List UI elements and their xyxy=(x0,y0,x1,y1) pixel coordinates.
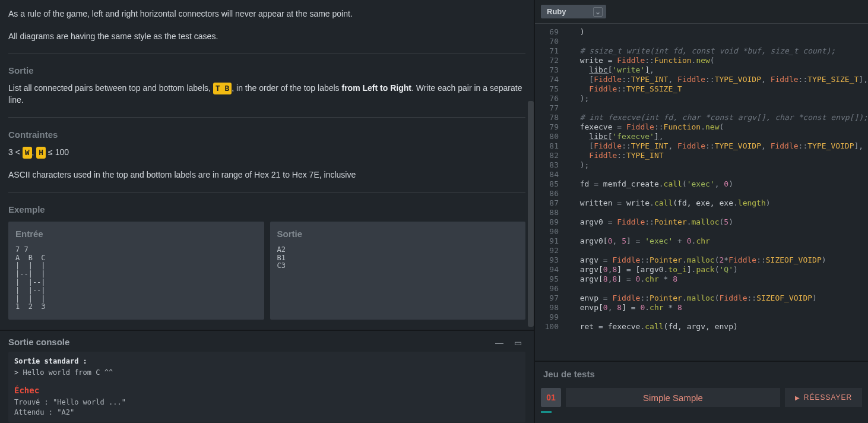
code-line[interactable]: [Fiddle::TYPE_INT, Fiddle::TYPE_VOIDP, F… xyxy=(571,141,868,151)
code-line[interactable] xyxy=(571,208,868,217)
constraints-line: 3 < W, H ≤ 100 xyxy=(8,147,525,159)
line-number: 72 xyxy=(535,56,559,65)
test-progress-bar xyxy=(541,411,552,413)
description-scrollbar[interactable] xyxy=(528,0,534,330)
tests-heading: Jeu de tests xyxy=(535,362,868,386)
diagrams-paragraph: All diagrams are having the same style a… xyxy=(8,31,525,43)
line-number: 100 xyxy=(535,322,559,332)
code-editor[interactable]: 6970717273747576777879808182838485868788… xyxy=(535,24,868,361)
code-line[interactable]: libc['write'], xyxy=(571,65,868,75)
code-line[interactable]: fd = memfd_create.call('exec', 0) xyxy=(571,179,868,189)
line-number: 88 xyxy=(535,208,559,217)
line-number: 84 xyxy=(535,170,559,179)
code-line[interactable]: # int fexecve(int fd, char *const argv[]… xyxy=(571,113,868,122)
code-line[interactable]: ) xyxy=(571,27,868,37)
rule-paragraph: As a rule of the game, left and right ho… xyxy=(8,8,525,20)
line-number: 83 xyxy=(535,160,559,170)
example-input-text: 7 7 A B C | | | |--| | | |--| | |--| | |… xyxy=(15,246,257,311)
language-label: Ruby xyxy=(547,7,566,16)
example-output-heading: Sortie xyxy=(277,228,519,240)
code-line[interactable]: argv0[0, 5] = 'exec' + 0.chr xyxy=(571,236,868,246)
console-title: Sortie console xyxy=(8,337,69,347)
constraints-suffix: ≤ 100 xyxy=(46,147,69,157)
line-number: 69 xyxy=(535,27,559,37)
retry-button[interactable]: ▶ RÉESSAYER xyxy=(785,388,862,407)
sortie-heading: Sortie xyxy=(8,64,525,77)
sortie-bold: from Left to Right xyxy=(342,83,411,93)
expected-line: Attendu : "A2" xyxy=(14,408,519,418)
code-line[interactable] xyxy=(571,170,868,179)
code-line[interactable]: ret = fexecve.call(fd, argv, envp) xyxy=(571,322,868,332)
test-name[interactable]: Simple Sample xyxy=(566,388,780,407)
exemple-heading: Exemple xyxy=(8,203,525,216)
stdout-line: > Hello world from C ^^ xyxy=(14,368,519,378)
language-select[interactable]: Ruby ⌄ xyxy=(541,5,606,18)
line-number: 77 xyxy=(535,103,559,113)
chevron-down-icon: ⌄ xyxy=(593,7,603,17)
code-line[interactable]: [Fiddle::TYPE_INT, Fiddle::TYPE_VOIDP, F… xyxy=(571,75,868,84)
sortie-mid: , in the order of the top labels xyxy=(232,83,341,93)
line-number: 85 xyxy=(535,179,559,189)
example-input-heading: Entrée xyxy=(15,228,257,240)
code-line[interactable]: envp[0, 8] = 0.chr * 8 xyxy=(571,303,868,312)
constraints-sep: , xyxy=(32,147,37,157)
code-line[interactable]: # ssize_t write(int fd, const void *buf,… xyxy=(571,46,868,56)
code-line[interactable] xyxy=(571,227,868,236)
line-number: 78 xyxy=(535,113,559,122)
scrollbar-thumb[interactable] xyxy=(528,101,534,327)
line-number: 80 xyxy=(535,132,559,141)
code-line[interactable]: Fiddle::TYPE_INT xyxy=(571,151,868,160)
line-number: 87 xyxy=(535,198,559,208)
line-number: 93 xyxy=(535,255,559,265)
line-number: 86 xyxy=(535,189,559,198)
code-line[interactable]: argv[0,8] = [argv0.to_i].pack('Q') xyxy=(571,265,868,274)
code-line[interactable] xyxy=(571,103,868,113)
maximize-icon[interactable]: ▭ xyxy=(514,338,522,348)
divider xyxy=(8,117,525,118)
code-line[interactable] xyxy=(571,284,868,293)
code-line[interactable]: libc['fexecve'], xyxy=(571,132,868,141)
code-line[interactable] xyxy=(571,37,868,46)
code-line[interactable]: envp = Fiddle::Pointer.malloc(Fiddle::SI… xyxy=(571,293,868,303)
code-line[interactable]: Fiddle::TYPE_SSIZE_T xyxy=(571,84,868,94)
code-line[interactable]: argv0 = Fiddle::Pointer.malloc(5) xyxy=(571,217,868,227)
expected-value: "A2" xyxy=(57,408,74,416)
ascii-paragraph: ASCII characters used in the top and bot… xyxy=(8,169,525,181)
found-value: "Hello world ..." xyxy=(53,398,126,406)
stdout-label: Sortie standard : xyxy=(14,356,519,367)
code-content[interactable]: ) # ssize_t write(int fd, const void *bu… xyxy=(565,24,868,361)
minimize-icon[interactable]: — xyxy=(495,338,503,348)
right-panel: Ruby ⌄ 697071727374757677787980818283848… xyxy=(534,0,868,423)
problem-description[interactable]: As a rule of the game, left and right ho… xyxy=(0,0,534,330)
expected-label: Attendu : xyxy=(14,408,57,416)
test-number[interactable]: 01 xyxy=(541,388,561,407)
found-line: Trouvé : "Hello world ..." xyxy=(14,397,519,408)
code-line[interactable]: write = Fiddle::Function.new( xyxy=(571,56,868,65)
code-line[interactable] xyxy=(571,189,868,198)
line-number: 92 xyxy=(535,246,559,255)
code-line[interactable]: written = write.call(fd, exe, exe.length… xyxy=(571,198,868,208)
code-line[interactable] xyxy=(571,312,868,322)
code-line[interactable]: argv = Fiddle::Pointer.malloc(2*Fiddle::… xyxy=(571,255,868,265)
sortie-paragraph: List all connected pairs between top and… xyxy=(8,83,525,106)
code-line[interactable]: fexecve = Fiddle::Function.new( xyxy=(571,122,868,132)
line-number: 96 xyxy=(535,284,559,293)
code-line[interactable]: argv[8,8] = 0.chr * 8 xyxy=(571,274,868,284)
line-number: 99 xyxy=(535,312,559,322)
code-line[interactable]: ); xyxy=(571,160,868,170)
test-row: 01 Simple Sample ▶ RÉESSAYER xyxy=(541,386,862,409)
line-number: 71 xyxy=(535,46,559,56)
line-number-gutter: 6970717273747576777879808182838485868788… xyxy=(535,24,565,361)
code-line[interactable] xyxy=(571,246,868,255)
left-panel: As a rule of the game, left and right ho… xyxy=(0,0,534,423)
line-number: 95 xyxy=(535,274,559,284)
console-panel: Sortie console — ▭ Sortie standard : > H… xyxy=(0,330,534,423)
found-label: Trouvé : xyxy=(14,398,53,406)
code-line[interactable]: ); xyxy=(571,94,868,103)
example-input-box: Entrée 7 7 A B C | | | |--| | | |--| | |… xyxy=(8,222,264,320)
constraints-heading: Contraintes xyxy=(8,128,525,141)
example-output-box: Sortie A2 B1 C3 xyxy=(270,222,526,320)
line-number: 94 xyxy=(535,265,559,274)
line-number: 97 xyxy=(535,293,559,303)
line-number: 73 xyxy=(535,65,559,75)
